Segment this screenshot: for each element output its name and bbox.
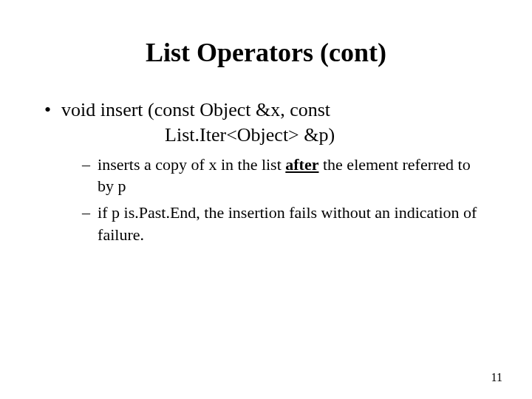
slide: List Operators (cont) void insert (const… <box>0 0 532 399</box>
signature-line-2: List.Iter<Object> &p) <box>61 123 488 148</box>
sub-bullet-list: inserts a copy of x in the list after th… <box>61 154 488 246</box>
sub1-pre: inserts a copy of x in the list <box>98 155 285 174</box>
bullet-item-signature: void insert (const Object &x, const List… <box>44 98 488 250</box>
sub1-emph: after <box>285 155 318 174</box>
slide-title: List Operators (cont) <box>44 37 488 68</box>
page-number: 11 <box>491 371 502 384</box>
sub-bullet-1: inserts a copy of x in the list after th… <box>61 154 488 197</box>
bullet-body: void insert (const Object &x, const List… <box>61 98 488 250</box>
sub-bullet-2: if p is.Past.End, the insertion fails wi… <box>61 202 488 245</box>
signature-line-1: void insert (const Object &x, const <box>61 98 488 123</box>
sub-bullet-1-body: inserts a copy of x in the list after th… <box>98 154 488 197</box>
bullet-list: void insert (const Object &x, const List… <box>44 98 488 250</box>
sub-bullet-2-body: if p is.Past.End, the insertion fails wi… <box>98 202 488 245</box>
